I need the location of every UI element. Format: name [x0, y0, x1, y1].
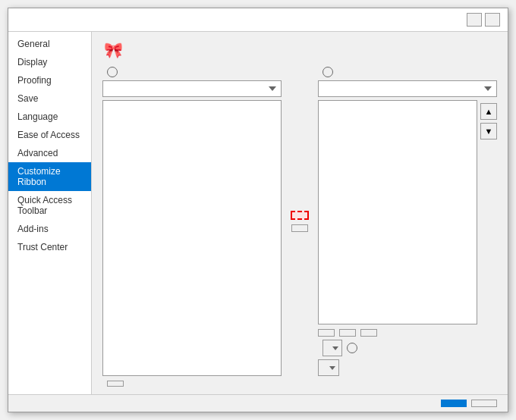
cancel-button[interactable] [471, 400, 497, 407]
right-tree-wrapper: ▲ ▼ [318, 100, 497, 324]
title-controls [467, 13, 500, 27]
nav-item-advanced[interactable]: Advanced [8, 144, 91, 162]
nav-item-trust-center[interactable]: Trust Center [8, 238, 91, 256]
left-dropdown-row [102, 80, 282, 97]
nav-item-display[interactable]: Display [8, 53, 91, 71]
right-dropdown[interactable] [318, 80, 497, 97]
choose-info-icon[interactable] [107, 67, 118, 77]
left-dropdown[interactable] [102, 80, 282, 97]
dialog-footer [8, 394, 508, 412]
rename-button[interactable] [360, 329, 377, 337]
nav-item-customize-ribbon[interactable]: Customize Ribbon [8, 162, 91, 191]
left-panel [102, 67, 282, 376]
nav-item-add-ins[interactable]: Add-ins [8, 220, 91, 238]
nav-item-quick-access-toolbar[interactable]: Quick Access Toolbar [8, 191, 91, 220]
bottom-buttons-row [318, 329, 497, 337]
customizations-row [318, 340, 497, 356]
scroll-down-button[interactable]: ▼ [480, 123, 497, 139]
left-tree-box[interactable] [102, 100, 282, 376]
two-panel: ▲ ▼ [102, 67, 497, 376]
title-bar [8, 8, 508, 32]
nav-item-proofing[interactable]: Proofing [8, 71, 91, 89]
nav-item-save[interactable]: Save [8, 89, 91, 108]
customize-keyboard-button[interactable] [107, 381, 124, 387]
customize-info-icon[interactable] [322, 67, 333, 77]
ribbon-icon: 🎀 [102, 39, 124, 61]
dialog-body: GeneralDisplayProofingSaveLanguageEase o… [8, 32, 508, 394]
left-navigation: GeneralDisplayProofingSaveLanguageEase o… [8, 32, 92, 394]
right-dropdown-row [318, 80, 497, 97]
add-button[interactable] [291, 211, 309, 220]
keyboard-row [102, 381, 497, 387]
ok-button[interactable] [441, 400, 467, 407]
right-content: 🎀 [92, 32, 508, 394]
scroll-up-button[interactable]: ▲ [480, 103, 497, 120]
new-group-button[interactable] [339, 329, 356, 337]
customize-ribbon-row [318, 67, 497, 77]
choose-commands-row [102, 67, 282, 77]
import-export-row [318, 359, 497, 376]
right-tree-box[interactable] [318, 100, 477, 324]
import-export-dropdown[interactable] [318, 359, 339, 376]
nav-item-language[interactable]: Language [8, 108, 91, 126]
reset-info-icon[interactable] [347, 343, 357, 353]
nav-item-ease-of-access[interactable]: Ease of Access [8, 126, 91, 144]
help-button[interactable] [467, 13, 482, 27]
close-button[interactable] [485, 13, 500, 27]
header-section: 🎀 [102, 39, 497, 61]
middle-panel [288, 67, 312, 376]
word-options-dialog: GeneralDisplayProofingSaveLanguageEase o… [8, 8, 508, 412]
nav-item-general[interactable]: General [8, 35, 91, 53]
remove-button[interactable] [291, 224, 308, 232]
reset-dropdown[interactable] [322, 340, 342, 356]
scroll-buttons: ▲ ▼ [480, 100, 497, 324]
right-panel: ▲ ▼ [318, 67, 497, 376]
new-tab-button[interactable] [318, 329, 335, 337]
